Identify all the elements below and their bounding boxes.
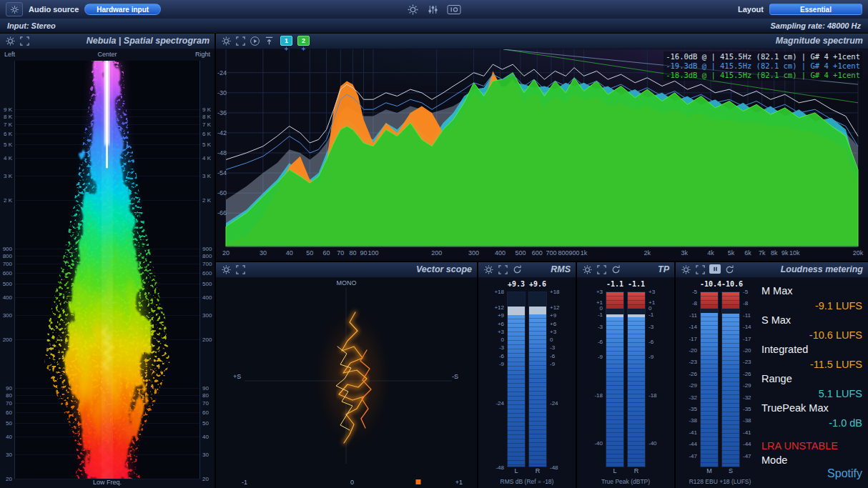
channel-r-label: R bbox=[627, 467, 646, 474]
channel-2-chip[interactable]: 2 bbox=[297, 36, 310, 46]
meter-tick-label: -29 bbox=[684, 382, 699, 389]
reset-icon[interactable] bbox=[724, 264, 735, 275]
freq-tick-label: 9 K bbox=[202, 106, 211, 112]
essential-layout-button[interactable]: Essential bbox=[769, 4, 862, 15]
meter-tick-label: -35 bbox=[741, 406, 756, 412]
meter-tick-label: -17 bbox=[684, 335, 699, 342]
svg-text:-42: -42 bbox=[217, 129, 227, 136]
settings-gear-icon[interactable] bbox=[407, 4, 419, 16]
loudness-stat-label: Integrated bbox=[761, 342, 862, 357]
spectrum-header: 1 + 2 + Magnitude spectrum bbox=[216, 34, 868, 49]
loudness-bars: -5-8-11-14-17-20-23-26-29-32-35-38-41-44… bbox=[684, 292, 756, 467]
meter-segment bbox=[701, 292, 718, 309]
tp-footer: True Peak (dBTP) bbox=[577, 478, 674, 485]
gear-icon[interactable] bbox=[221, 264, 232, 275]
freq-tick-label: 20 bbox=[6, 476, 12, 482]
reset-icon[interactable] bbox=[611, 264, 621, 275]
meter-segment bbox=[722, 314, 739, 467]
pause-button[interactable] bbox=[709, 264, 721, 274]
meter-segment bbox=[606, 309, 623, 314]
loudness-stat-label: M Max bbox=[761, 284, 862, 299]
freq-tick-label: 30 bbox=[6, 451, 12, 457]
sampling-rate-label: Sampling rate: 48000 Hz bbox=[770, 21, 861, 30]
vectorscope-display[interactable]: MONO +S -S -1 0 +1 bbox=[216, 278, 477, 488]
freq-tick-label: 2 K bbox=[4, 196, 12, 203]
tp-bar-right bbox=[627, 292, 646, 467]
loudness-stat-label: TruePeak Max bbox=[761, 401, 862, 416]
meter-tick-label: -35 bbox=[684, 406, 699, 412]
freq-tick-label: 8 K bbox=[4, 113, 12, 119]
mode-selector[interactable]: Spotify bbox=[761, 467, 862, 480]
spectrogram-plot[interactable]: 9 K8 K7 K6 K5 K4 K3 K2 K9008007006005004… bbox=[0, 61, 214, 479]
meter-tick-label: -18 bbox=[647, 392, 661, 399]
fullscreen-icon[interactable] bbox=[235, 36, 246, 46]
svg-text:2k: 2k bbox=[644, 249, 651, 257]
freq-tick-label: 700 bbox=[3, 260, 12, 267]
input-stereo-label: Input: Stereo bbox=[7, 21, 56, 30]
freq-tick-label: 600 bbox=[3, 269, 12, 276]
freq-tick-label: 3 K bbox=[202, 172, 211, 179]
svg-text:4k: 4k bbox=[707, 249, 714, 257]
spectrogram-display bbox=[14, 61, 200, 479]
meter-tick-label: -5 bbox=[741, 289, 756, 295]
spectrum-plot[interactable]: -24-30-36-42-48-54-60-662030405060708090… bbox=[216, 49, 868, 261]
meter-tick-label: -40 bbox=[590, 439, 604, 446]
meter-tick-label: -11 bbox=[741, 312, 756, 318]
channel-1-add-button[interactable]: + bbox=[285, 46, 289, 52]
meter-tick-label: -9 bbox=[647, 354, 661, 360]
fullscreen-icon[interactable] bbox=[235, 264, 246, 275]
meter-segment bbox=[628, 309, 645, 314]
channel-1-chip[interactable]: 1 bbox=[280, 36, 292, 46]
svg-text:600: 600 bbox=[532, 249, 543, 257]
loudness-channel-labels: M S bbox=[684, 467, 756, 476]
freq-tick-label: 70 bbox=[6, 399, 12, 406]
fullscreen-icon[interactable] bbox=[19, 36, 30, 46]
reset-icon[interactable] bbox=[512, 264, 523, 275]
svg-text:6k: 6k bbox=[744, 249, 751, 257]
audio-settings-gear-icon[interactable] bbox=[6, 2, 23, 16]
meter-segment bbox=[606, 317, 623, 467]
corr-minus-one-label: -1 bbox=[242, 479, 247, 486]
loudness-header: Loudness metering bbox=[676, 262, 868, 278]
fullscreen-icon[interactable] bbox=[498, 264, 508, 275]
gear-icon[interactable] bbox=[5, 36, 16, 46]
tp-right-readout: -1.1 bbox=[627, 280, 646, 288]
gear-icon[interactable] bbox=[483, 264, 494, 275]
freq-tick-label: 6 K bbox=[4, 130, 12, 136]
meter-tick-label: -24 bbox=[491, 400, 505, 407]
gear-icon[interactable] bbox=[681, 264, 691, 275]
vectorscope-title: Vector scope bbox=[416, 264, 472, 274]
freq-tick-label: 5 K bbox=[202, 141, 211, 148]
peak-hold-button[interactable] bbox=[264, 36, 275, 46]
play-pause-button[interactable] bbox=[250, 36, 260, 46]
meter-tick-label: -32 bbox=[741, 394, 756, 400]
infobar: Input: Stereo Sampling rate: 48000 Hz bbox=[0, 19, 868, 33]
left-channel-label: Left bbox=[4, 51, 15, 58]
frequency-scale-right: 9 K8 K7 K6 K5 K4 K3 K2 K9008007006005004… bbox=[199, 61, 214, 479]
mixer-sliders-icon[interactable] bbox=[428, 4, 438, 15]
tp-scale-left: +3+10-1-3-6-9-18-40 bbox=[590, 292, 604, 467]
fullscreen-icon[interactable] bbox=[695, 264, 706, 275]
svg-text:500: 500 bbox=[515, 249, 526, 257]
svg-text:-66: -66 bbox=[217, 209, 227, 216]
channel-2-add-button[interactable]: + bbox=[302, 46, 306, 52]
gear-icon[interactable] bbox=[221, 36, 232, 46]
meter-tick-label: -38 bbox=[684, 417, 699, 424]
fullscreen-icon[interactable] bbox=[596, 264, 607, 275]
meter-tick-label: -18 bbox=[590, 392, 604, 399]
rms-right-readout: +9.6 bbox=[528, 280, 547, 288]
loudness-stat-label: S Max bbox=[761, 313, 862, 328]
gear-icon[interactable] bbox=[582, 264, 593, 275]
rms-bar-left bbox=[507, 292, 526, 467]
io-routing-icon[interactable] bbox=[447, 4, 461, 15]
svg-text:800: 800 bbox=[558, 249, 569, 257]
meter-tick-label: -23 bbox=[741, 359, 756, 365]
meter-tick-label: -5 bbox=[684, 289, 699, 295]
freq-tick-label: 8 K bbox=[202, 113, 211, 119]
hardware-input-button[interactable]: Hardware input bbox=[84, 4, 161, 15]
meter-tick-label: -47 bbox=[684, 452, 699, 459]
meter-tick-label: +9 bbox=[548, 312, 563, 319]
freq-tick-label: 300 bbox=[3, 312, 12, 318]
channel-chips: 1 + 2 + bbox=[280, 36, 310, 52]
freq-tick-label: 70 bbox=[202, 399, 209, 406]
